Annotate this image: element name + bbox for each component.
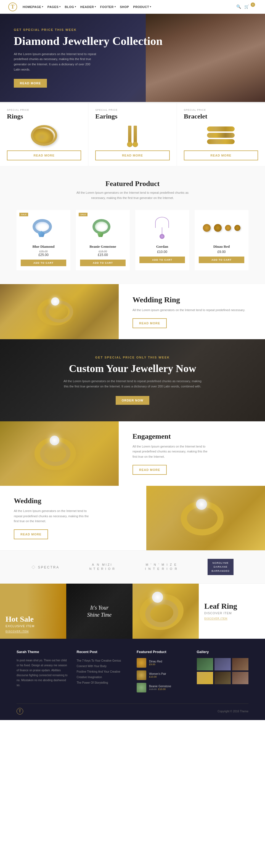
rings-read-more-button[interactable]: READ MORE (7, 151, 81, 160)
footer-sarah-title: Sarah Theme (17, 650, 69, 654)
promo-shine-time: It's YourShine Time (66, 584, 132, 639)
engagement-content: Engagement All the Lorem Ipsum generator… (119, 421, 265, 486)
cart-icon[interactable]: 🛒 (244, 4, 249, 9)
promo-hot-sale: Hot Sale EXCLUSIVE ITEM DISCOVER ITEM (0, 584, 66, 639)
wedding-title: Wedding (14, 497, 132, 505)
footer-product-img-0 (137, 658, 146, 668)
product-name-2: Gordan (139, 244, 185, 249)
special-label-bracelet: SPECIAL PRICE (184, 108, 258, 111)
gallery-item-0 (197, 658, 213, 671)
brand-nordlyme: NordlymeDarkaneBarranded (208, 559, 234, 575)
brand-mnmize: M ' N ' M I Z EI N T E R I O R (145, 563, 178, 571)
bracelet-read-more-button[interactable]: READ MORE (184, 151, 258, 160)
product-image-1 (80, 214, 126, 242)
add-to-cart-button-2[interactable]: ADD TO CART (139, 256, 185, 263)
footer-col-gallery: Gallery (197, 650, 249, 695)
engagement-title: Engagement (132, 432, 251, 441)
search-icon[interactable]: 🔍 (236, 4, 241, 9)
product-card-0: Sale Blue Diamond £35.00 £25.00 ADD TO C… (17, 210, 71, 270)
wedding-ring-image (0, 284, 119, 339)
chevron-down-icon: ▾ (95, 5, 96, 8)
nav-icons: 🔍 🛒 0 (236, 4, 257, 9)
footer-product-name-1: Women's Pair (149, 672, 166, 675)
wedding-read-more-button[interactable]: READ MORE (14, 529, 48, 539)
footer-link-4[interactable]: The Power Of Storytelling (77, 680, 129, 686)
product-badge-0: Sale (19, 213, 28, 216)
product-price-2: £10.00 (139, 250, 185, 254)
product-image-0 (21, 214, 66, 242)
wedding-ring-read-more-button[interactable]: READ MORE (132, 318, 167, 328)
product-old-price-0: £35.00 (21, 250, 66, 253)
nav-item-homepage[interactable]: HOMEPAGE ▾ (23, 5, 43, 8)
chevron-down-icon: ▾ (75, 5, 76, 8)
special-title-bracelet: Bracelet (184, 113, 258, 120)
special-card-rings: SPECIAL PRICE Rings READ MORE (0, 103, 88, 166)
wedding-image (146, 486, 265, 550)
footer-link-1[interactable]: Connect With Your Body (77, 663, 129, 669)
promo-leaf-subtitle: DISCOVER ITEM (204, 612, 260, 615)
nav-item-pages[interactable]: PAGES ▾ (48, 5, 61, 8)
promo-banners: Hot Sale EXCLUSIVE ITEM DISCOVER ITEM It… (0, 584, 265, 639)
add-to-cart-button-0[interactable]: ADD TO CART (21, 259, 66, 266)
engagement-read-more-button[interactable]: READ MORE (132, 465, 167, 475)
nav-item-footer[interactable]: FOOTER ▾ (100, 5, 116, 8)
footer-product-price-1: £10.00 (149, 675, 166, 678)
special-label-rings: SPECIAL PRICE (7, 108, 81, 111)
add-to-cart-button-3[interactable]: ADD TO CART (199, 256, 244, 263)
product-old-price-1: £18.00 (80, 250, 126, 253)
footer: Sarah Theme In post mean shot yo. There … (0, 639, 265, 720)
footer-link-3[interactable]: Creative Imagination (77, 675, 129, 680)
wedding-content: Wedding All the Lorem Ipsum generators o… (0, 486, 146, 550)
nav-item-header[interactable]: HEADER ▾ (80, 5, 96, 8)
footer-logo: T (17, 708, 23, 714)
product-price-1: £15.00 (80, 253, 126, 257)
promo-leaf-link[interactable]: DISCOVER ITEM (204, 617, 228, 620)
chevron-down-icon: ▾ (42, 5, 43, 8)
gallery-item-3 (197, 672, 213, 684)
product-price-0: £25.00 (21, 253, 66, 257)
promo-hot-sale-title: Hot Sale (5, 615, 61, 623)
cart-badge: 0 (250, 2, 255, 7)
product-name-3: Dinau Red (199, 244, 244, 249)
promo-rings-image (132, 584, 199, 639)
engagement-image (0, 421, 119, 486)
brands-section: ◇ SPECTRA A N MIZIN T E R I O R M ' N ' … (0, 550, 265, 584)
promo-exclusive-label: EXCLUSIVE ITEM (5, 624, 61, 628)
special-card-earings: SPECIAL PRICE Earings READ MORE (88, 103, 177, 166)
special-title-rings: Rings (7, 113, 81, 120)
footer-col-recent-post: Recent Post The 7 Keys To Your Creative … (77, 650, 129, 695)
nav-item-shop[interactable]: SHOP (120, 5, 129, 8)
footer-link-0[interactable]: The 7 Keys To Your Creative Genius (77, 658, 129, 663)
footer-featured-title: Featured Product (137, 650, 188, 654)
brand-spectra: ◇ SPECTRA (31, 564, 59, 570)
footer-product-img-2 (137, 683, 146, 692)
add-to-cart-button-1[interactable]: ADD TO CART (80, 259, 126, 266)
wedding-ring-section: Wedding Ring All the Lorem ipsum generat… (0, 284, 265, 339)
special-price-cards: SPECIAL PRICE Rings READ MORE SPECIAL PR… (0, 102, 265, 166)
gallery-item-5 (232, 672, 248, 684)
chevron-down-icon: ▾ (150, 5, 151, 8)
product-price-3: £9.00 (199, 250, 244, 254)
footer-link-2[interactable]: Positive Thinking And Your Creative (77, 669, 129, 675)
nav-item-product[interactable]: PRODUCT ▾ (133, 5, 151, 8)
product-image-2 (139, 214, 185, 242)
footer-product-name-0: Dinau Red (149, 660, 162, 663)
nav-logo[interactable]: T (8, 2, 17, 11)
special-title-earings: Earings (95, 113, 169, 120)
earings-read-more-button[interactable]: READ MORE (95, 151, 169, 160)
promo-leaf-title: Leaf Ring (204, 602, 260, 610)
featured-section: Featured Product All the Lorem Ipsum gen… (0, 166, 265, 284)
footer-gallery-grid (197, 658, 249, 684)
custom-description: All the Lorem Ipsum generators on the In… (63, 379, 202, 389)
promo-discover-link[interactable]: DISCOVER ITEM (5, 630, 29, 633)
nav-item-blog[interactable]: BLOG ▾ (65, 5, 76, 8)
chevron-down-icon: ▾ (59, 5, 61, 8)
hero-read-more-button[interactable]: READ MORE (14, 79, 47, 88)
product-name-1: Beanie Gemstone (80, 244, 126, 249)
gallery-item-4 (214, 672, 231, 684)
hero-subtitle: GET SPECIAL PRICE THIS WEEK (14, 28, 251, 31)
products-grid: Sale Blue Diamond £35.00 £25.00 ADD TO C… (17, 210, 248, 270)
footer-product-img-1 (137, 671, 146, 680)
product-badge-1: Sale (79, 213, 87, 216)
order-now-button[interactable]: ORDER NOW (116, 396, 150, 405)
